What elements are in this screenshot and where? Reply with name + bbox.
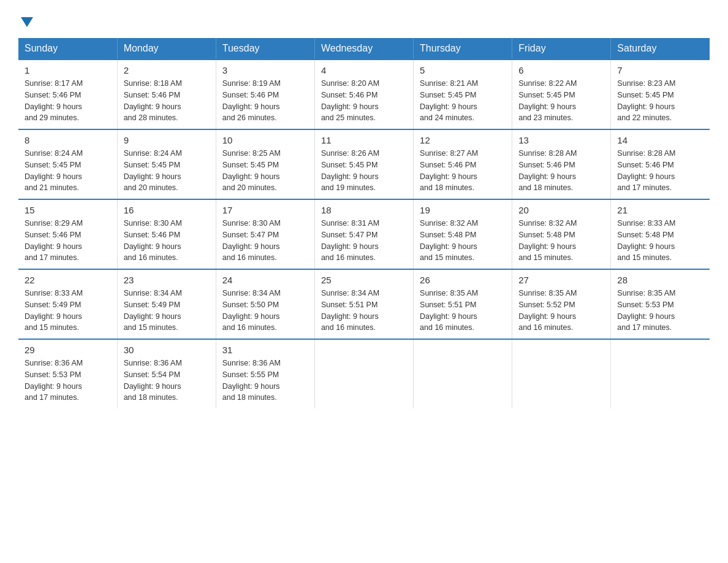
calendar-cell: 22 Sunrise: 8:33 AM Sunset: 5:49 PM Dayl…: [18, 269, 117, 339]
calendar-cell: 6 Sunrise: 8:22 AM Sunset: 5:45 PM Dayli…: [512, 59, 611, 129]
day-info: Sunrise: 8:36 AM Sunset: 5:55 PM Dayligh…: [222, 358, 308, 404]
calendar-cell: 16 Sunrise: 8:30 AM Sunset: 5:46 PM Dayl…: [117, 199, 216, 269]
calendar-cell: 21 Sunrise: 8:33 AM Sunset: 5:48 PM Dayl…: [611, 199, 710, 269]
calendar-cell: 27 Sunrise: 8:35 AM Sunset: 5:52 PM Dayl…: [512, 269, 611, 339]
calendar-cell: [512, 339, 611, 408]
day-info: Sunrise: 8:17 AM Sunset: 5:46 PM Dayligh…: [25, 78, 111, 124]
weekday-header-tuesday: Tuesday: [216, 38, 314, 59]
calendar-cell: 2 Sunrise: 8:18 AM Sunset: 5:46 PM Dayli…: [117, 59, 216, 129]
calendar-cell: 29 Sunrise: 8:36 AM Sunset: 5:53 PM Dayl…: [18, 339, 117, 408]
calendar-cell: 11 Sunrise: 8:26 AM Sunset: 5:45 PM Dayl…: [314, 129, 413, 199]
calendar-cell: 28 Sunrise: 8:35 AM Sunset: 5:53 PM Dayl…: [611, 269, 710, 339]
day-number: 29: [25, 345, 111, 355]
day-number: 28: [617, 275, 703, 285]
day-number: 19: [420, 205, 506, 215]
day-number: 14: [617, 135, 703, 145]
calendar-cell: 25 Sunrise: 8:34 AM Sunset: 5:51 PM Dayl…: [314, 269, 413, 339]
page-header: [18, 12, 710, 27]
day-number: 12: [420, 135, 506, 145]
calendar-cell: 26 Sunrise: 8:35 AM Sunset: 5:51 PM Dayl…: [414, 269, 512, 339]
day-info: Sunrise: 8:32 AM Sunset: 5:48 PM Dayligh…: [420, 218, 506, 264]
calendar-cell: 17 Sunrise: 8:30 AM Sunset: 5:47 PM Dayl…: [216, 199, 314, 269]
calendar-header-row: SundayMondayTuesdayWednesdayThursdayFrid…: [18, 38, 710, 59]
day-number: 3: [222, 65, 308, 75]
day-info: Sunrise: 8:29 AM Sunset: 5:46 PM Dayligh…: [25, 218, 111, 264]
calendar-cell: [314, 339, 413, 408]
weekday-header-saturday: Saturday: [611, 38, 710, 59]
calendar-cell: [611, 339, 710, 408]
day-number: 20: [518, 205, 604, 215]
day-number: 17: [222, 205, 308, 215]
calendar-cell: 12 Sunrise: 8:27 AM Sunset: 5:46 PM Dayl…: [414, 129, 512, 199]
weekday-header-monday: Monday: [117, 38, 216, 59]
calendar-cell: 9 Sunrise: 8:24 AM Sunset: 5:45 PM Dayli…: [117, 129, 216, 199]
day-info: Sunrise: 8:34 AM Sunset: 5:50 PM Dayligh…: [222, 288, 308, 334]
day-number: 13: [518, 135, 604, 145]
calendar-cell: 4 Sunrise: 8:20 AM Sunset: 5:46 PM Dayli…: [314, 59, 413, 129]
day-info: Sunrise: 8:24 AM Sunset: 5:45 PM Dayligh…: [25, 148, 111, 194]
day-number: 21: [617, 205, 703, 215]
calendar-week-row: 29 Sunrise: 8:36 AM Sunset: 5:53 PM Dayl…: [18, 339, 710, 408]
logo-triangle-icon: [21, 17, 33, 27]
day-info: Sunrise: 8:20 AM Sunset: 5:46 PM Dayligh…: [321, 78, 407, 124]
logo: [18, 12, 33, 27]
calendar-week-row: 22 Sunrise: 8:33 AM Sunset: 5:49 PM Dayl…: [18, 269, 710, 339]
day-info: Sunrise: 8:24 AM Sunset: 5:45 PM Dayligh…: [124, 148, 210, 194]
day-number: 10: [222, 135, 308, 145]
day-info: Sunrise: 8:23 AM Sunset: 5:45 PM Dayligh…: [617, 78, 703, 124]
calendar-cell: 13 Sunrise: 8:28 AM Sunset: 5:46 PM Dayl…: [512, 129, 611, 199]
day-number: 15: [25, 205, 111, 215]
day-info: Sunrise: 8:36 AM Sunset: 5:53 PM Dayligh…: [25, 358, 111, 404]
day-info: Sunrise: 8:30 AM Sunset: 5:46 PM Dayligh…: [124, 218, 210, 264]
weekday-header-friday: Friday: [512, 38, 611, 59]
calendar-week-row: 15 Sunrise: 8:29 AM Sunset: 5:46 PM Dayl…: [18, 199, 710, 269]
calendar-cell: 31 Sunrise: 8:36 AM Sunset: 5:55 PM Dayl…: [216, 339, 314, 408]
day-number: 7: [617, 65, 703, 75]
day-info: Sunrise: 8:35 AM Sunset: 5:51 PM Dayligh…: [420, 288, 506, 334]
day-number: 31: [222, 345, 308, 355]
calendar-cell: 24 Sunrise: 8:34 AM Sunset: 5:50 PM Dayl…: [216, 269, 314, 339]
calendar-cell: 18 Sunrise: 8:31 AM Sunset: 5:47 PM Dayl…: [314, 199, 413, 269]
calendar-cell: 20 Sunrise: 8:32 AM Sunset: 5:48 PM Dayl…: [512, 199, 611, 269]
day-info: Sunrise: 8:32 AM Sunset: 5:48 PM Dayligh…: [518, 218, 604, 264]
day-number: 22: [25, 275, 111, 285]
calendar-week-row: 8 Sunrise: 8:24 AM Sunset: 5:45 PM Dayli…: [18, 129, 710, 199]
day-info: Sunrise: 8:36 AM Sunset: 5:54 PM Dayligh…: [124, 358, 210, 404]
day-number: 11: [321, 135, 407, 145]
day-info: Sunrise: 8:34 AM Sunset: 5:49 PM Dayligh…: [124, 288, 210, 334]
day-number: 30: [124, 345, 210, 355]
calendar-cell: 1 Sunrise: 8:17 AM Sunset: 5:46 PM Dayli…: [18, 59, 117, 129]
day-info: Sunrise: 8:35 AM Sunset: 5:53 PM Dayligh…: [617, 288, 703, 334]
day-info: Sunrise: 8:34 AM Sunset: 5:51 PM Dayligh…: [321, 288, 407, 334]
weekday-header-thursday: Thursday: [414, 38, 512, 59]
day-number: 16: [124, 205, 210, 215]
day-info: Sunrise: 8:28 AM Sunset: 5:46 PM Dayligh…: [617, 148, 703, 194]
calendar-cell: 23 Sunrise: 8:34 AM Sunset: 5:49 PM Dayl…: [117, 269, 216, 339]
day-number: 9: [124, 135, 210, 145]
calendar-cell: 3 Sunrise: 8:19 AM Sunset: 5:46 PM Dayli…: [216, 59, 314, 129]
day-number: 4: [321, 65, 407, 75]
day-info: Sunrise: 8:18 AM Sunset: 5:46 PM Dayligh…: [124, 78, 210, 124]
day-number: 1: [25, 65, 111, 75]
day-number: 2: [124, 65, 210, 75]
day-info: Sunrise: 8:26 AM Sunset: 5:45 PM Dayligh…: [321, 148, 407, 194]
calendar-cell: 10 Sunrise: 8:25 AM Sunset: 5:45 PM Dayl…: [216, 129, 314, 199]
day-number: 24: [222, 275, 308, 285]
weekday-header-sunday: Sunday: [18, 38, 117, 59]
day-info: Sunrise: 8:30 AM Sunset: 5:47 PM Dayligh…: [222, 218, 308, 264]
calendar-cell: [414, 339, 512, 408]
calendar-cell: 19 Sunrise: 8:32 AM Sunset: 5:48 PM Dayl…: [414, 199, 512, 269]
calendar-cell: 5 Sunrise: 8:21 AM Sunset: 5:45 PM Dayli…: [414, 59, 512, 129]
weekday-header-wednesday: Wednesday: [314, 38, 413, 59]
day-info: Sunrise: 8:28 AM Sunset: 5:46 PM Dayligh…: [518, 148, 604, 194]
day-info: Sunrise: 8:19 AM Sunset: 5:46 PM Dayligh…: [222, 78, 308, 124]
day-info: Sunrise: 8:31 AM Sunset: 5:47 PM Dayligh…: [321, 218, 407, 264]
day-number: 8: [25, 135, 111, 145]
calendar-cell: 7 Sunrise: 8:23 AM Sunset: 5:45 PM Dayli…: [611, 59, 710, 129]
calendar-week-row: 1 Sunrise: 8:17 AM Sunset: 5:46 PM Dayli…: [18, 59, 710, 129]
day-info: Sunrise: 8:25 AM Sunset: 5:45 PM Dayligh…: [222, 148, 308, 194]
day-info: Sunrise: 8:27 AM Sunset: 5:46 PM Dayligh…: [420, 148, 506, 194]
calendar-cell: 15 Sunrise: 8:29 AM Sunset: 5:46 PM Dayl…: [18, 199, 117, 269]
day-number: 5: [420, 65, 506, 75]
day-info: Sunrise: 8:21 AM Sunset: 5:45 PM Dayligh…: [420, 78, 506, 124]
